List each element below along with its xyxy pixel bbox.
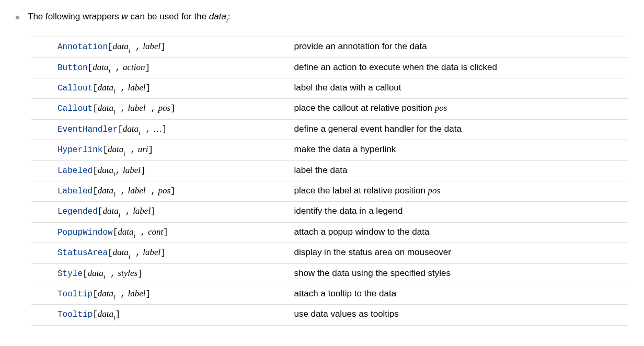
table-row: PopupWindow[datai , cont]attach a popup … (31, 222, 628, 243)
symbol-link[interactable]: Legended (58, 207, 98, 216)
arg-sep: , (116, 166, 121, 176)
open-bracket: [ (102, 145, 108, 155)
symbol-link[interactable]: Labeled (58, 187, 93, 196)
symbol-link[interactable]: Callout (58, 104, 93, 113)
description-cell: make the data a hyperlink (294, 140, 628, 160)
close-bracket: ] (160, 248, 166, 258)
close-bracket: ] (148, 145, 154, 155)
description-cell: define a general event handler for the d… (294, 119, 628, 140)
open-bracket: [ (93, 290, 98, 299)
usage-cell: Hyperlink[datai , uri] (31, 140, 294, 160)
arg-data-sub: i (123, 150, 125, 157)
symbol-link[interactable]: Style (58, 269, 83, 279)
arg-data: data (123, 124, 139, 134)
symbol-link[interactable]: EventHandler (58, 125, 118, 134)
arg: label (133, 206, 151, 216)
symbol-link[interactable]: Tooltip (58, 310, 93, 319)
arg: label (128, 289, 146, 298)
arg-data: data (98, 309, 113, 319)
symbol-link[interactable]: PopupWindow (58, 228, 113, 237)
arg-sep: , (105, 269, 115, 279)
arg-sep: , (146, 187, 156, 196)
arg-data: data (108, 144, 123, 154)
intro-row: The following wrappers w can be used for… (16, 10, 628, 24)
symbol-link[interactable]: Tooltip (58, 290, 93, 299)
usage-cell: Labeled[datai , label , pos] (31, 181, 294, 201)
symbol-link[interactable]: Labeled (58, 166, 93, 176)
desc-text: attach a tooltip to the data (294, 289, 396, 298)
arg: label (128, 83, 146, 93)
description-cell: label the data with a callout (294, 78, 628, 99)
wrappers-table: Annotation[datai , label]provide an anno… (31, 37, 628, 325)
arg-data: data (93, 62, 108, 72)
arg-data-sub: i (113, 88, 116, 95)
usage-cell: Labeled[datai, label] (31, 160, 294, 181)
desc-text: label the data with a callout (294, 83, 401, 93)
usage-cell: Button[datai , action] (31, 57, 294, 78)
description-cell: use data values as tooltips (294, 305, 628, 325)
arg: styles (118, 268, 137, 278)
arg-sep: , (135, 228, 145, 237)
arg-sep: , (110, 63, 120, 73)
intro-data: data (209, 11, 226, 21)
table-row: Tooltip[datai]use data values as tooltip… (31, 305, 628, 325)
arg: uri (138, 144, 148, 154)
close-bracket: ] (162, 125, 167, 134)
desc-italic: pos (435, 103, 447, 113)
usage-cell: Callout[datai , label] (31, 78, 294, 99)
arg-sep: , (141, 125, 151, 134)
desc-text: identify the data in a legend (294, 206, 402, 216)
open-bracket: [ (108, 42, 113, 52)
arg-data-sub: i (113, 315, 116, 322)
table-row: Button[datai , action]define an action t… (31, 57, 628, 78)
arg-data: data (113, 41, 129, 51)
arg-data: data (98, 83, 113, 93)
intro-sub: i (226, 16, 228, 24)
arg: pos (158, 186, 170, 195)
desc-text: make the data a hyperlink (294, 144, 396, 154)
close-bracket: ] (146, 290, 151, 299)
arg-data-sub: i (129, 47, 131, 54)
table-row: Legended[datai , label]identify the data… (31, 202, 628, 222)
description-cell: label the data (294, 160, 628, 181)
desc-text: place the callout at relative position (294, 103, 434, 113)
usage-cell: Annotation[datai , label] (31, 37, 294, 57)
table-row: Style[datai , styles]show the data using… (31, 263, 628, 284)
arg-sep: , (120, 207, 130, 216)
description-cell: identify the data in a legend (294, 202, 628, 222)
table-row: Annotation[datai , label]provide an anno… (31, 37, 628, 57)
usage-cell: Tooltip[datai] (31, 305, 294, 325)
arg: pos (158, 103, 170, 113)
arg-data: data (102, 206, 118, 216)
description-cell: display in the status area on mouseover (294, 243, 628, 263)
symbol-link[interactable]: Callout (58, 84, 93, 93)
arg-sep: , (146, 104, 156, 113)
close-bracket: ] (170, 187, 176, 196)
arg: label (123, 165, 141, 175)
usage-cell: EventHandler[datai , …] (31, 119, 294, 140)
arg-data: data (118, 227, 133, 237)
arg-data-sub: i (113, 191, 116, 198)
arg-sep: , (130, 248, 140, 258)
arg: label (128, 186, 146, 195)
desc-text: define a general event handler for the d… (294, 124, 461, 134)
symbol-link[interactable]: StatusArea (58, 248, 108, 258)
symbol-link[interactable]: Hyperlink (58, 145, 102, 155)
arg-sep: , (116, 290, 125, 299)
open-bracket: [ (93, 166, 98, 176)
intro-text: The following wrappers w can be used for… (28, 10, 230, 24)
arg: cont (148, 227, 163, 237)
usage-cell: Legended[datai , label] (31, 202, 294, 222)
arg: label (143, 41, 160, 51)
description-cell: attach a tooltip to the data (294, 284, 628, 304)
description-cell: place the label at relative position pos (294, 181, 628, 201)
description-cell: attach a popup window to the data (294, 222, 628, 243)
symbol-link[interactable]: Annotation (58, 42, 108, 52)
bullet-icon (16, 16, 19, 19)
desc-text: place the label at relative position (294, 186, 428, 195)
usage-cell: PopupWindow[datai , cont] (31, 222, 294, 243)
symbol-link[interactable]: Button (58, 63, 88, 73)
table-row: Hyperlink[datai , uri]make the data a hy… (31, 140, 628, 160)
arg-data: data (98, 165, 113, 175)
open-bracket: [ (93, 187, 98, 196)
